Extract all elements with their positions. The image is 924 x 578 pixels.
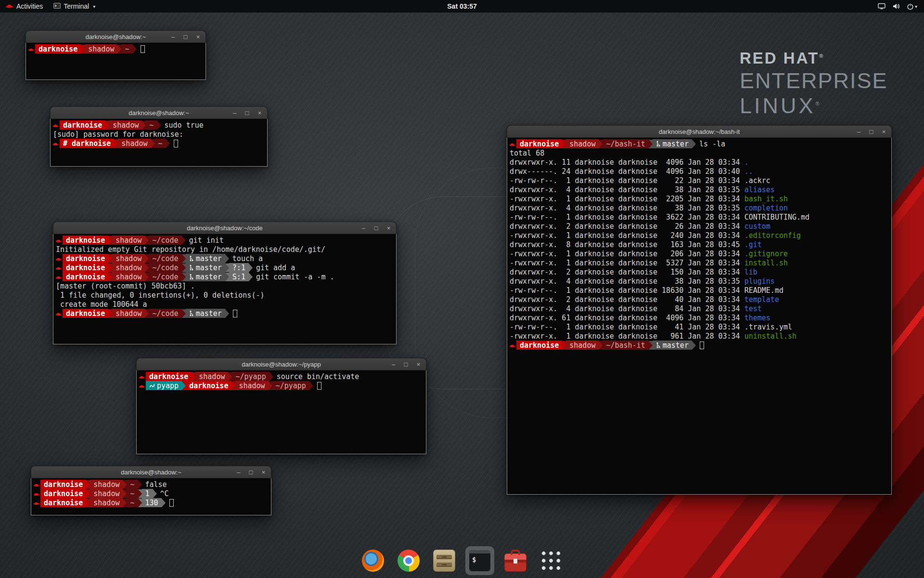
redhat-prompt-icon <box>138 383 146 388</box>
window-titlebar[interactable]: darknoise@shadow:~ – □ × <box>31 466 271 478</box>
redhat-prompt-icon <box>508 142 516 146</box>
minimize-button[interactable]: – <box>235 469 242 475</box>
terminal-line: -rw-rw-r--. 1 darknoise darknoise 22 Jan… <box>508 176 890 185</box>
minimize-button[interactable]: – <box>856 129 862 135</box>
terminal-content[interactable]: darknoiseshadow~/pyappsource bin/activat… <box>136 370 426 454</box>
terminal-window: darknoise@shadow:~ – □ × darknoiseshadow… <box>50 106 268 167</box>
git-branch-icon <box>189 255 194 262</box>
terminal-line: create mode 100644 a <box>54 300 395 309</box>
powerline-separator <box>138 499 142 507</box>
output-text: -rwxrwxr-x. 1 darknoise darknoise 240 Ja… <box>508 231 744 240</box>
powerline-separator <box>142 121 146 130</box>
window-titlebar[interactable]: darknoise@shadow:~/bash-it – □ × <box>507 125 892 138</box>
window-titlebar[interactable]: darknoise@shadow:~ – □ × <box>50 106 268 119</box>
powerline-separator <box>86 499 90 507</box>
powerline-separator <box>182 381 186 390</box>
powerline-separator <box>228 372 232 381</box>
close-button[interactable]: × <box>415 361 422 368</box>
terminal-content[interactable]: darknoiseshadow~sudo true[sudo] password… <box>50 119 268 167</box>
toolbox-handle <box>511 550 520 555</box>
prompt-segment-stat: ?:1 <box>229 263 249 272</box>
window-title: darknoise@shadow:~ <box>128 109 189 117</box>
close-button[interactable]: × <box>257 110 263 116</box>
volume-icon[interactable] <box>892 3 900 10</box>
dock-software[interactable] <box>501 546 530 575</box>
terminal-line: darknoiseshadow~sudo true <box>51 120 266 130</box>
powerline-separator <box>192 372 195 381</box>
output-text: drwx------. 24 darknoise darknoise 4096 … <box>508 167 744 176</box>
powerline-separator <box>151 139 155 148</box>
terminal-content[interactable]: darknoiseshadow~falsedarknoiseshadow~1^C… <box>31 478 271 515</box>
powerline-separator <box>157 121 161 130</box>
file-name: template <box>744 295 779 304</box>
clock[interactable]: Sat 03:57 <box>447 2 476 10</box>
command-text: sudo true <box>165 121 204 130</box>
close-button[interactable]: × <box>195 34 201 40</box>
file-name: aliases <box>744 185 775 194</box>
firefox-icon <box>362 550 384 572</box>
activities-button[interactable]: Activities <box>0 0 48 13</box>
powerline-separator <box>182 273 186 281</box>
terminal-content[interactable]: darknoiseshadow~ <box>26 43 206 80</box>
dock-appgrid[interactable] <box>537 546 565 575</box>
terminal-line: drwxrwxr-x. 2 darknoise darknoise 40 Jan… <box>508 295 890 304</box>
maximize-button[interactable]: □ <box>403 361 409 368</box>
terminal-content[interactable]: darknoiseshadow~/bash-itmasterls -latota… <box>507 138 892 495</box>
terminal-window: darknoise@shadow:~ – □ × darknoiseshadow… <box>26 30 206 80</box>
maximize-button[interactable]: □ <box>248 469 254 475</box>
prompt-segment-host: shadow <box>112 263 145 272</box>
prompt-segment-host: shadow <box>85 44 117 53</box>
git-branch-icon <box>656 141 661 147</box>
output-text: drwxrwxr-x. 4 darknoise darknoise 84 Jan… <box>508 304 744 313</box>
window-titlebar[interactable]: darknoise@shadow:~/pyapp – □ × <box>136 358 426 370</box>
file-name: custom <box>744 222 770 231</box>
minimize-button[interactable]: – <box>231 110 238 116</box>
output-text: total 68 <box>508 149 544 158</box>
display-icon[interactable] <box>878 3 886 10</box>
app-menu-terminal[interactable]: Terminal ▾ <box>48 0 101 13</box>
minimize-button[interactable]: – <box>390 361 397 368</box>
window-titlebar[interactable]: darknoise@shadow:~/code – □ × <box>53 222 397 234</box>
registered-mark: ® <box>816 101 822 106</box>
terminal-window: darknoise@shadow:~ – □ × darknoiseshadow… <box>31 466 271 515</box>
dock-files[interactable] <box>430 546 459 575</box>
drawer-slot <box>436 555 452 559</box>
terminal-content[interactable]: darknoiseshadow~/codegit initInitialized… <box>53 234 397 344</box>
powerline-separator <box>182 309 186 318</box>
prompt-segment-host: shadow <box>90 498 123 507</box>
dock-terminal[interactable]: $ <box>465 546 494 575</box>
terminal-line: -rwxrwxr-x. 1 darknoise darknoise 5327 J… <box>508 258 890 267</box>
git-branch-icon <box>656 342 661 348</box>
dock-chrome[interactable] <box>394 546 423 575</box>
output-text: 1 file changed, 0 insertions(+), 0 delet… <box>54 291 264 300</box>
command-text: false <box>145 480 167 489</box>
python-snake-icon <box>149 383 155 389</box>
output-text: drwxrwxr-x. 4 darknoise darknoise 38 Jan… <box>508 204 744 212</box>
powerline-separator <box>649 341 653 350</box>
powerline-separator <box>692 341 696 350</box>
prompt-segment-host: shadow <box>195 372 228 381</box>
minimize-button[interactable]: – <box>170 34 176 40</box>
redhat-prompt-icon <box>54 256 63 261</box>
maximize-button[interactable]: □ <box>868 129 874 135</box>
redhat-prompt-icon <box>32 482 40 487</box>
maximize-button[interactable]: □ <box>244 110 250 116</box>
prompt-segment-git: master <box>186 272 225 281</box>
window-titlebar[interactable]: darknoise@shadow:~ – □ × <box>26 30 206 43</box>
dock-firefox[interactable] <box>359 546 387 575</box>
close-button[interactable]: × <box>385 225 392 231</box>
maximize-button[interactable]: □ <box>182 34 189 40</box>
redhat-prompt-icon <box>32 500 40 505</box>
powerline-separator <box>138 489 142 498</box>
close-button[interactable]: × <box>260 469 267 475</box>
prompt-segment-host: shadow <box>566 139 599 148</box>
power-icon[interactable]: ▾ <box>907 3 917 10</box>
prompt-segment-host: shadow <box>118 139 151 148</box>
minimize-button[interactable]: – <box>360 225 367 231</box>
close-button[interactable]: × <box>881 129 887 135</box>
terminal-line: -rw-rw-r--. 1 darknoise darknoise 3622 J… <box>508 212 890 222</box>
prompt-segment-host: shadow <box>112 309 145 318</box>
output-text: drwxrwxr-x. 11 darknoise darknoise 4096 … <box>508 158 744 167</box>
prompt-segment-path: ~/code <box>149 309 181 318</box>
maximize-button[interactable]: □ <box>373 225 379 231</box>
